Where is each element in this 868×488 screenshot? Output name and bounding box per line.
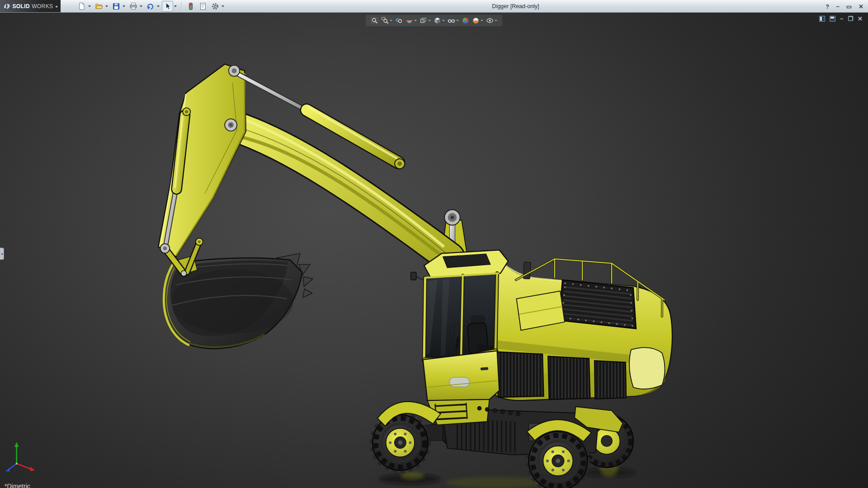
zoom-to-area-icon [381, 17, 389, 24]
previous-view-icon [395, 17, 403, 24]
cab[interactable] [411, 250, 509, 400]
edit-appearance-button[interactable] [461, 16, 470, 25]
cab-reflection-patch [449, 377, 469, 387]
apply-scene-button[interactable] [472, 16, 484, 25]
excavator-model[interactable] [158, 64, 672, 488]
display-style-button[interactable] [433, 16, 445, 25]
options-dropdown-icon[interactable] [222, 5, 224, 7]
triad-y-axis [14, 442, 19, 447]
view-orientation-button[interactable] [419, 16, 431, 25]
boom[interactable] [234, 117, 453, 264]
hide-show-items-button[interactable] [447, 16, 459, 25]
front-left-wheel[interactable] [371, 413, 429, 472]
brand-works: WORKS [32, 3, 53, 9]
undo-dropdown-icon[interactable] [157, 5, 160, 7]
view-settings-dropdown-icon[interactable] [495, 20, 497, 21]
triad-x-axis [30, 467, 35, 471]
maximize-button[interactable]: ▭ [846, 4, 852, 9]
view-orientation-icon [420, 17, 427, 24]
triad-z-axis [5, 467, 10, 472]
door-handle [481, 367, 489, 370]
minimize-button[interactable]: − [836, 4, 840, 9]
titlebar: SOLIDWORKS ▸ [0, 0, 868, 13]
brand-solid: SOLID [12, 3, 30, 9]
feature-manager-flyout-arrow[interactable]: ◂ [0, 248, 4, 260]
rebuild-icon [187, 2, 195, 10]
undo-icon [146, 2, 155, 10]
previous-view-button[interactable] [395, 16, 403, 25]
options-gear-icon [211, 2, 219, 10]
orientation-triad [5, 442, 35, 472]
upper-body[interactable] [481, 259, 672, 401]
display-style-dropdown-icon[interactable] [442, 20, 445, 21]
save-button[interactable] [110, 1, 122, 12]
file-properties-button[interactable] [197, 1, 208, 12]
new-document-icon [78, 2, 86, 10]
window-title: Digger [Read-only] [492, 0, 539, 13]
zoom-to-area-button[interactable] [381, 16, 393, 25]
zoom-to-fit-icon [371, 17, 378, 24]
select-dropdown-icon[interactable] [174, 5, 177, 7]
window-controls: ? − ▭ ✕ [826, 0, 863, 13]
model-scene[interactable] [0, 13, 868, 488]
save-dropdown-icon[interactable] [123, 5, 125, 7]
headsup-view-toolbar [366, 15, 502, 26]
document-window-controls: − ❐ ✕ [819, 16, 863, 22]
doc-close-icon[interactable]: ✕ [858, 16, 863, 22]
save-icon [112, 2, 120, 10]
section-dropdown-icon[interactable] [414, 20, 417, 21]
section-view-button[interactable] [405, 16, 417, 25]
select-button[interactable] [162, 1, 173, 12]
hide-show-glasses-icon [448, 17, 455, 24]
print-icon [129, 2, 137, 10]
open-icon [95, 2, 103, 10]
cab-mirror [411, 272, 416, 280]
zoom-dropdown-icon[interactable] [390, 20, 392, 21]
section-view-icon [406, 17, 413, 24]
view-settings-icon [486, 17, 494, 24]
view-orientation-dropdown-icon[interactable] [428, 20, 431, 21]
ds-logo-icon [3, 2, 10, 10]
print-dropdown-icon[interactable] [140, 5, 142, 7]
window-cascade-icon[interactable] [830, 16, 835, 22]
menu-flyout-icon[interactable]: ▸ [56, 4, 58, 9]
zoom-to-fit-button[interactable] [370, 16, 379, 25]
close-button[interactable]: ✕ [859, 4, 863, 9]
rear-panel [629, 347, 665, 389]
edit-appearance-icon [462, 17, 469, 24]
solidworks-logo: SOLIDWORKS ▸ [0, 0, 61, 12]
new-document-dropdown-icon[interactable] [88, 5, 91, 7]
view-orientation-label: *Dimetric [5, 483, 30, 488]
new-document-button[interactable] [76, 1, 87, 12]
main-toolbar [76, 1, 226, 12]
select-cursor-icon [164, 2, 172, 10]
open-dropdown-icon[interactable] [105, 5, 108, 7]
doc-restore-icon[interactable]: ❐ [848, 16, 853, 22]
doc-minimize-icon[interactable]: − [840, 16, 844, 22]
help-button[interactable]: ? [826, 4, 829, 9]
stick[interactable] [158, 64, 245, 257]
print-button[interactable] [127, 1, 139, 12]
apply-scene-icon [472, 17, 480, 24]
view-settings-button[interactable] [486, 16, 498, 25]
graphics-area[interactable]: − ❐ ✕ ◂ [0, 13, 868, 488]
apply-scene-dropdown-icon[interactable] [481, 20, 483, 21]
air-intake-grille [559, 280, 636, 329]
solidworks-window: SOLIDWORKS ▸ [0, 0, 868, 488]
options-button[interactable] [209, 1, 221, 12]
hide-show-dropdown-icon[interactable] [456, 20, 459, 21]
toolbar-separator [181, 2, 182, 11]
window-tile-icon[interactable] [819, 16, 825, 22]
file-properties-icon [199, 2, 207, 10]
rebuild-button[interactable] [185, 1, 196, 12]
undo-button[interactable] [145, 1, 156, 12]
open-button[interactable] [93, 1, 104, 12]
display-style-icon [434, 17, 441, 24]
